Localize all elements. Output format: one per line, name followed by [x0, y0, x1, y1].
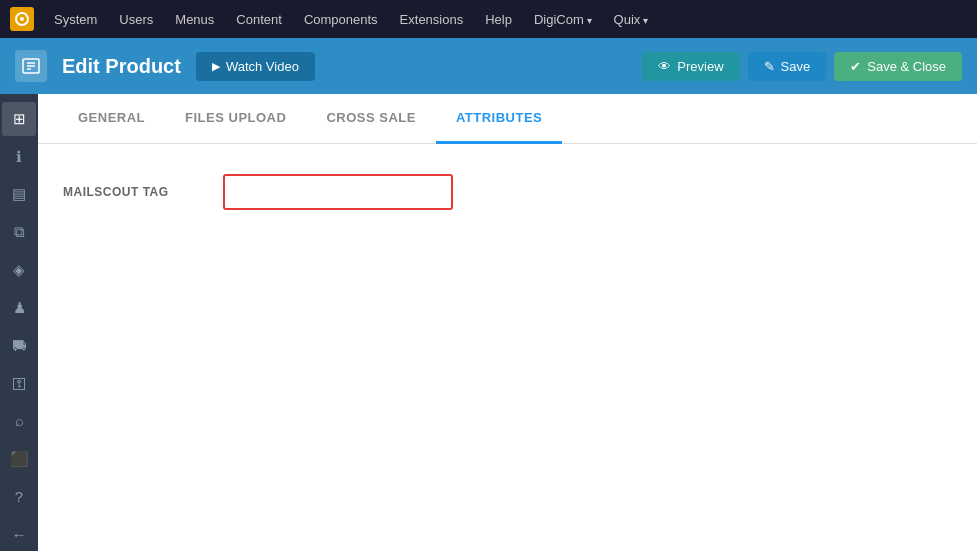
preview-button[interactable]: 👁 Preview: [642, 52, 739, 81]
sidebar-icon-cart[interactable]: ⛟: [2, 329, 36, 363]
watch-video-button[interactable]: Watch Video: [196, 52, 315, 81]
tab-content-attributes: MAILSCOUT TAG: [38, 144, 977, 551]
sidebar: ⊞ ℹ ▤ ⧉ ◈ ♟ ⛟ ⚿ ⌕ ⬛ ? ←: [0, 94, 38, 551]
sidebar-icon-home[interactable]: ⊞: [2, 102, 36, 136]
top-navigation: System Users Menus Content Components Ex…: [0, 0, 977, 38]
svg-point-1: [20, 17, 24, 21]
nav-quix[interactable]: Quix: [606, 8, 657, 31]
title-bar: Edit Product Watch Video 👁 Preview ✎ Sav…: [0, 38, 977, 94]
preview-icon: 👁: [658, 59, 671, 74]
nav-extensions[interactable]: Extensions: [392, 8, 472, 31]
nav-content[interactable]: Content: [228, 8, 290, 31]
tab-attributes[interactable]: ATTRIBUTES: [436, 94, 562, 144]
sidebar-icon-copy[interactable]: ⧉: [2, 215, 36, 249]
sidebar-icon-search[interactable]: ⌕: [2, 404, 36, 438]
sidebar-icon-info[interactable]: ℹ: [2, 140, 36, 174]
sidebar-icon-back[interactable]: ←: [2, 517, 36, 551]
nav-components[interactable]: Components: [296, 8, 386, 31]
mailscout-row: MAILSCOUT TAG: [63, 174, 952, 210]
sidebar-icon-user[interactable]: ♟: [2, 291, 36, 325]
save-icon: ✎: [764, 59, 775, 74]
nav-system[interactable]: System: [46, 8, 105, 31]
mailscout-label: MAILSCOUT TAG: [63, 185, 223, 199]
content-area: GENERAL FILES UPLOAD CROSS SALE ATTRIBUT…: [38, 94, 977, 551]
nav-help[interactable]: Help: [477, 8, 520, 31]
nav-users[interactable]: Users: [111, 8, 161, 31]
sidebar-icon-chart[interactable]: ⬛: [2, 442, 36, 476]
mailscout-input[interactable]: [223, 174, 453, 210]
sidebar-icon-question[interactable]: ?: [2, 480, 36, 514]
page-title: Edit Product: [62, 55, 181, 78]
tab-files-upload[interactable]: FILES UPLOAD: [165, 94, 306, 144]
checkmark-icon: ✔: [850, 59, 861, 74]
joomla-logo: [10, 7, 34, 31]
sidebar-icon-folder[interactable]: ▤: [2, 178, 36, 212]
main-layout: ⊞ ℹ ▤ ⧉ ◈ ♟ ⛟ ⚿ ⌕ ⬛ ? ← GENERAL FILES UP…: [0, 94, 977, 551]
action-buttons: 👁 Preview ✎ Save ✔ Save & Close: [642, 52, 962, 81]
tab-cross-sale[interactable]: CROSS SALE: [306, 94, 436, 144]
save-close-button[interactable]: ✔ Save & Close: [834, 52, 962, 81]
sidebar-icon-key[interactable]: ⚿: [2, 366, 36, 400]
nav-menus[interactable]: Menus: [167, 8, 222, 31]
save-button[interactable]: ✎ Save: [748, 52, 827, 81]
sidebar-icon-shield[interactable]: ◈: [2, 253, 36, 287]
page-icon: [15, 50, 47, 82]
tab-general[interactable]: GENERAL: [58, 94, 165, 144]
nav-digicom[interactable]: DigiCom: [526, 8, 600, 31]
tab-bar: GENERAL FILES UPLOAD CROSS SALE ATTRIBUT…: [38, 94, 977, 144]
